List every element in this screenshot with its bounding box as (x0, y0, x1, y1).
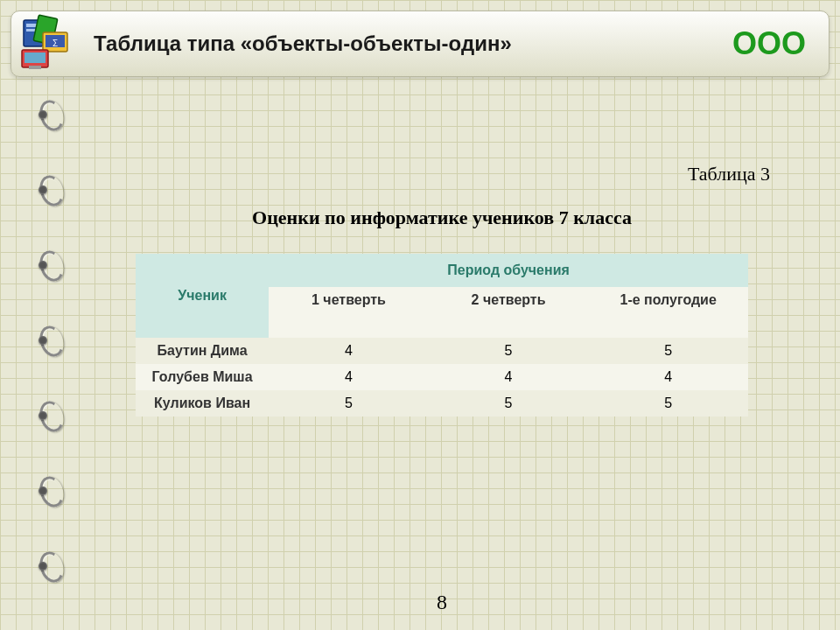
table-header-row-1: Ученик Период обучения (136, 254, 748, 287)
table-row: Баутин Дима 4 5 5 (136, 338, 748, 364)
cell-grade: 5 (429, 338, 589, 364)
spiral-binding (33, 93, 68, 630)
cell-student: Баутин Дима (136, 338, 269, 364)
svg-rect-8 (24, 52, 46, 63)
cell-grade: 5 (269, 390, 429, 416)
slide-content: Таблица 3 Оценки по информатике учеников… (79, 114, 805, 630)
slide-title: Таблица типа «объекты-объекты-один» (94, 32, 732, 56)
svg-text:∑: ∑ (52, 38, 58, 46)
table-title: Оценки по информатике учеников 7 класса (79, 206, 805, 229)
cell-grade: 5 (588, 390, 748, 416)
svg-rect-9 (29, 66, 41, 69)
col-header-student: Ученик (136, 254, 269, 338)
cell-grade: 4 (429, 364, 589, 390)
grades-table: Ученик Период обучения 1 четверть 2 четв… (136, 254, 748, 416)
cell-grade: 4 (588, 364, 748, 390)
cell-grade: 5 (588, 338, 748, 364)
col-header-period-0: 1 четверть (269, 287, 429, 338)
table-row: Голубев Миша 4 4 4 (136, 364, 748, 390)
cell-student: Голубев Миша (136, 364, 269, 390)
table-row: Куликов Иван 5 5 5 (136, 390, 748, 416)
table-number-caption: Таблица 3 (79, 163, 805, 186)
cell-grade: 4 (269, 364, 429, 390)
slide-badge: ООО (732, 25, 806, 62)
cell-grade: 5 (429, 390, 589, 416)
books-computer-icon: ∑ (17, 11, 81, 76)
cell-grade: 4 (269, 338, 429, 364)
page-number: 8 (79, 591, 805, 614)
cell-student: Куликов Иван (136, 390, 269, 416)
col-header-period-2: 1-е полугодие (588, 287, 748, 338)
col-header-period-1: 2 четверть (429, 287, 589, 338)
slide-header: ∑ Таблица типа «объекты-объекты-один» ОО… (10, 10, 830, 77)
col-header-period-group: Период обучения (269, 254, 748, 287)
